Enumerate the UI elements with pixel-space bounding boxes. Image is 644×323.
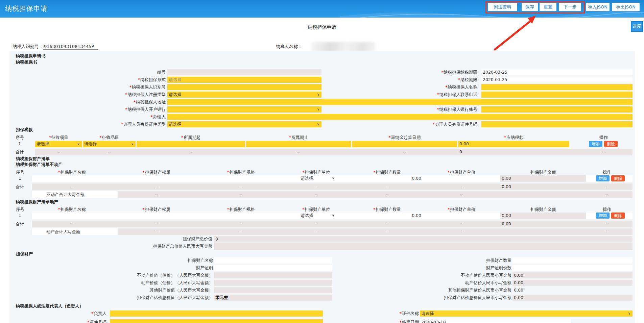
mov-total-spec: -- bbox=[201, 221, 281, 227]
mov-row-add-button[interactable]: 增加 bbox=[596, 213, 610, 219]
tax-total-label: 合计 bbox=[9, 149, 30, 155]
input-guarantor-phone[interactable] bbox=[481, 92, 633, 98]
input-property-proof-copies[interactable] bbox=[512, 265, 633, 271]
taxpayer-id-value: 91630104310813445P bbox=[43, 44, 98, 50]
next-step-button[interactable]: 下一步 bbox=[559, 3, 581, 11]
import-json-button[interactable]: 导入JSON bbox=[586, 3, 610, 11]
mov-header-spec: *担保财产规格 bbox=[201, 206, 281, 213]
input-guarantor-name[interactable] bbox=[481, 84, 633, 90]
tax-total-ops: -- bbox=[589, 149, 618, 155]
tax-row-period-end-input[interactable] bbox=[246, 141, 351, 147]
taxpayer-name-redacted-value bbox=[311, 42, 375, 52]
label-appraised-total-num: 担保财产估价总价值人民币小写金额 bbox=[325, 295, 511, 301]
imm-row-price-input[interactable] bbox=[424, 175, 499, 182]
imm-header-amount: 担保财产金额 bbox=[500, 169, 586, 175]
input-guarantee-tax-deadline[interactable]: 2020-03-25 bbox=[481, 69, 633, 75]
imm-total-qty: -- bbox=[352, 183, 423, 190]
mov-row-amount-readonly: 0.00 bbox=[500, 213, 586, 219]
section-title-responsible-person: 纳税担保人或法定代表人（负责人） bbox=[16, 303, 84, 309]
mov-caps-ownership: -- bbox=[113, 228, 199, 235]
select-guarantor-bank[interactable]: ∨ bbox=[167, 106, 321, 113]
input-guarantor-address[interactable] bbox=[167, 99, 633, 105]
tax-row-tax-due-input[interactable]: 0.00 bbox=[458, 141, 569, 147]
imm-row-qty-input[interactable]: 0.00 bbox=[352, 175, 423, 182]
input-sign-date[interactable]: 2020-03-18 bbox=[420, 319, 571, 323]
reset-button[interactable]: 重置 bbox=[540, 3, 556, 11]
label-other-value-caps: 其他财产价值（人民币大写金额） bbox=[9, 287, 213, 293]
tax-header-project: *征收项目 bbox=[35, 134, 82, 141]
save-button[interactable]: 保存 bbox=[522, 3, 538, 11]
imm-header-price: *担保财产单价 bbox=[424, 169, 499, 175]
input-guarantee-form-type[interactable]: 请选择 bbox=[167, 77, 321, 83]
mov-row-unit-select[interactable]: 请选择∨ bbox=[282, 213, 336, 219]
mov-row-price-input[interactable] bbox=[424, 213, 499, 219]
input-property-name[interactable] bbox=[214, 257, 332, 264]
mov-row-qty-input[interactable]: 0.00 bbox=[352, 213, 423, 219]
mov-row-delete-button[interactable]: 删除 bbox=[611, 213, 625, 219]
tax-row-project-select[interactable]: 请选择∨ bbox=[35, 141, 82, 147]
tax-header-period-start: *所属期起 bbox=[137, 134, 245, 141]
input-tax-deadline[interactable]: 2020-03-25 bbox=[481, 77, 633, 83]
imm-row-unit-select[interactable]: 请选择∨ bbox=[282, 175, 336, 182]
input-property-qty[interactable] bbox=[512, 257, 633, 264]
select-handler-id-type[interactable]: 请选择∨ bbox=[167, 121, 321, 127]
tax-row-delete-button[interactable]: 删除 bbox=[604, 141, 618, 147]
input-responsible-person[interactable] bbox=[110, 310, 323, 317]
tax-row-item-select[interactable]: 请选择∨ bbox=[83, 141, 136, 147]
input-guarantor-id[interactable] bbox=[167, 84, 321, 90]
imm-total-ownership: -- bbox=[113, 183, 199, 190]
imm-row-delete-button[interactable]: 删除 bbox=[611, 175, 625, 181]
imm-row-name-input[interactable] bbox=[32, 175, 112, 182]
label-guarantor-name: *纳税担保人名称 bbox=[325, 84, 477, 90]
imm-header-ownership: *担保财产权属 bbox=[113, 169, 199, 175]
input-certificate-number[interactable] bbox=[110, 319, 323, 323]
attachments-button[interactable]: 附送资料 bbox=[488, 3, 517, 11]
mov-row-spec-input[interactable] bbox=[201, 213, 281, 219]
label-guarantee-form-type: *纳税担保形式 bbox=[9, 77, 166, 83]
export-json-button[interactable]: 导出JSON bbox=[612, 3, 640, 11]
input-property-proof[interactable] bbox=[214, 265, 332, 271]
top-header-bar: 纳税担保申请 附送资料 保存 重置 下一步 导入JSON 导出JSON bbox=[0, 0, 644, 18]
mov-header-ownership: *担保财产权属 bbox=[113, 206, 199, 213]
tax-row-period-start-input[interactable] bbox=[137, 141, 245, 147]
imm-header-seq: 序号 bbox=[9, 169, 30, 175]
imm-row-spec-input[interactable] bbox=[201, 175, 281, 182]
mov-header-seq: 序号 bbox=[9, 206, 30, 213]
select-guarantor-registration-type[interactable]: 请选择∨ bbox=[167, 92, 321, 98]
imm-header-spec: *担保财产规格 bbox=[201, 169, 281, 175]
input-handler-id-number[interactable] bbox=[481, 121, 633, 127]
mov-row-seq: 1 bbox=[9, 213, 30, 219]
section-title-guaranteed-tax: 担保税款 bbox=[16, 127, 33, 133]
tax-total-tax-due: 0 bbox=[459, 149, 571, 155]
label-guarantor-address: *纳税担保人地址 bbox=[9, 99, 166, 105]
total-property-value-caps-readonly bbox=[214, 243, 633, 250]
mov-header-operations: 操作 bbox=[589, 206, 625, 213]
mov-total-ops: -- bbox=[589, 221, 625, 227]
imm-caps-unit: -- bbox=[282, 191, 350, 198]
section-title-immovable: 纳税担保财产清单不动产 bbox=[16, 162, 63, 168]
input-handler[interactable] bbox=[167, 114, 633, 120]
label-certificate-number: *证件号码 bbox=[9, 319, 106, 323]
mov-caps-ops: -- bbox=[589, 228, 625, 235]
imm-row-add-button[interactable]: 增加 bbox=[596, 175, 610, 181]
imm-row-ownership-input[interactable] bbox=[113, 175, 199, 182]
chevron-down-icon: ∨ bbox=[332, 175, 334, 181]
mov-header-amount: 担保财产金额 bbox=[500, 206, 586, 213]
mov-row-ownership-input[interactable] bbox=[113, 213, 199, 219]
label-property-name: 担保财产名称 bbox=[9, 257, 213, 264]
tax-row-add-button[interactable]: 增加 bbox=[589, 141, 602, 147]
input-guarantor-bank-account[interactable] bbox=[481, 106, 633, 113]
label-serial-number: 编号 bbox=[9, 69, 166, 75]
mov-row-name-input[interactable] bbox=[32, 213, 112, 219]
select-certificate-name[interactable]: 请选择∨ bbox=[420, 310, 633, 317]
imm-caps-spec: -- bbox=[201, 191, 281, 198]
label-guarantee-tax-deadline: *纳税担保纳税期限 bbox=[325, 69, 477, 75]
tax-row-late-fee-date-input[interactable] bbox=[352, 141, 457, 147]
section-title-application-letter: 纳税担保申请书 bbox=[16, 53, 46, 59]
chevron-down-icon: ∨ bbox=[332, 213, 334, 219]
value-appraised-total-caps: 零元整 bbox=[214, 295, 332, 301]
tax-header-item: *征收品目 bbox=[83, 134, 136, 141]
input-movable-value-caps bbox=[214, 280, 332, 286]
chevron-down-icon: ∨ bbox=[317, 92, 319, 98]
label-appraised-total-caps: 担保财产估价总价值（人民币大写金额） bbox=[9, 295, 213, 301]
